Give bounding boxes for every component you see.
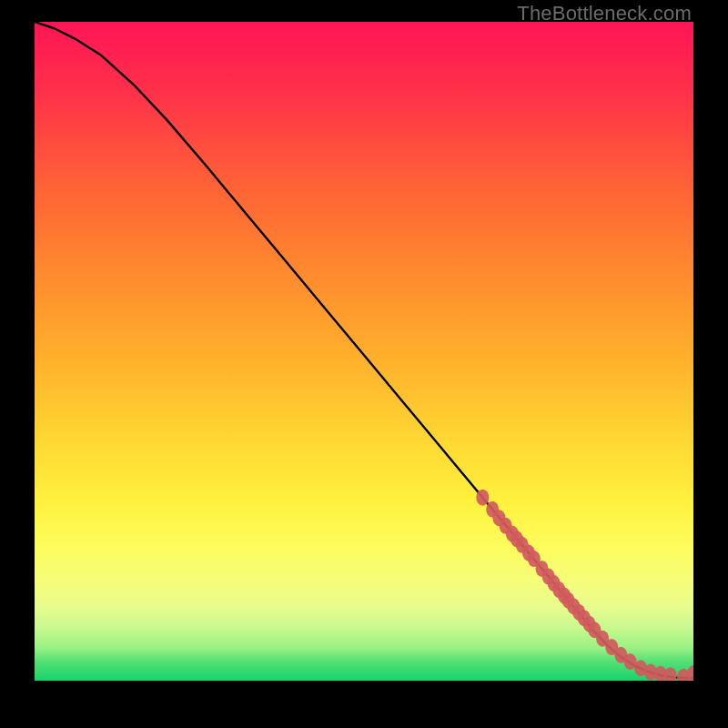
chart-overlay-svg xyxy=(35,22,693,681)
main-curve xyxy=(35,22,693,678)
plot-area xyxy=(35,22,693,681)
chart-stage: TheBottleneck.com xyxy=(0,0,728,728)
marker-dot xyxy=(664,667,677,681)
scatter-markers xyxy=(476,490,693,681)
marker-dot xyxy=(476,490,489,506)
